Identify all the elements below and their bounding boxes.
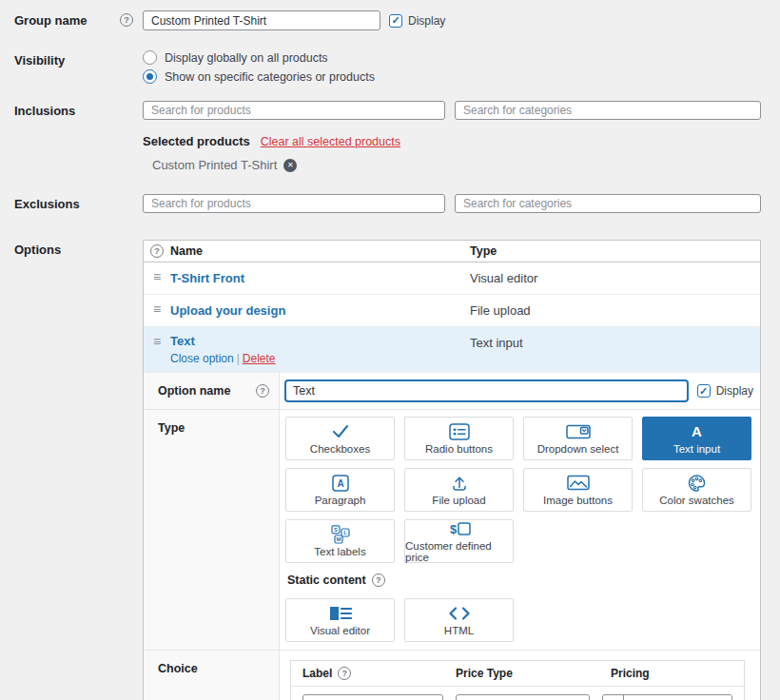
choice-pricing-column-header: Pricing (611, 667, 732, 680)
static-content-tiles: Visual editor HTML (285, 598, 753, 642)
option-type-value: File upload (470, 304, 760, 317)
svg-text:M: M (336, 536, 341, 542)
option-table-row: Upload your design File upload (144, 295, 760, 327)
image-icon (567, 474, 590, 492)
tile-color-swatches[interactable]: Color swatches (642, 468, 751, 512)
visibility-global-radio[interactable] (143, 50, 157, 65)
inclusions-label: Inclusions (14, 104, 75, 118)
svg-text:L: L (343, 530, 347, 535)
option-table-row-expanded: Text Close option|Delete Text input (144, 327, 760, 373)
option-table-row: T-Shirt Front Visual editor (144, 262, 760, 295)
option-type-value: Visual editor (470, 272, 760, 284)
visibility-specific-radio[interactable] (143, 69, 157, 84)
radio-list-icon (449, 422, 470, 440)
option-name-link[interactable]: Text (170, 334, 195, 348)
remove-tag-icon[interactable] (283, 159, 297, 172)
pricing-input[interactable] (624, 695, 731, 700)
upload-icon (450, 474, 469, 492)
tile-label: Customer defined price (405, 540, 513, 563)
tile-text-input-selected[interactable]: A Text input (642, 417, 751, 460)
inclusions-products-search-input[interactable] (143, 101, 445, 120)
option-display-checkbox[interactable] (697, 384, 711, 398)
choice-label: Choice (158, 662, 198, 675)
svg-text:A: A (337, 478, 343, 489)
help-icon[interactable] (372, 574, 385, 587)
palette-icon (687, 474, 707, 492)
exclusions-categories-search-input[interactable] (455, 194, 761, 213)
choice-editor-row: Choice Label Price Type Pricing (144, 651, 760, 700)
tile-image-buttons[interactable]: Image buttons (523, 468, 633, 512)
option-name-input[interactable] (284, 379, 689, 402)
type-editor-row: Type Checkboxes (144, 410, 760, 651)
options-row: Options Name Type T-Shirt Front Visual e… (0, 240, 780, 700)
letter-a-icon: A (692, 422, 702, 440)
tile-radio-buttons[interactable]: Radio buttons (404, 417, 514, 460)
tile-label: Checkboxes (310, 443, 370, 455)
tile-label: Color swatches (659, 495, 734, 506)
svg-text:S: S (333, 527, 337, 533)
pricing-input-group: $ (602, 694, 732, 700)
tile-dropdown-select[interactable]: Dropdown select (523, 417, 633, 460)
product-options-form: Group name Display Visibility Display gl… (0, 0, 780, 700)
tile-label: Paragraph (315, 495, 366, 506)
tile-label: Image buttons (543, 495, 613, 506)
type-label: Type (158, 421, 185, 435)
exclusions-label: Exclusions (14, 197, 80, 211)
inclusions-categories-search-input[interactable] (455, 101, 761, 120)
option-display-label: Display (716, 384, 753, 398)
tile-file-upload[interactable]: File upload (404, 468, 514, 512)
static-content-label: Static content (287, 574, 366, 587)
drag-handle-icon[interactable] (153, 304, 161, 315)
options-table: Name Type T-Shirt Front Visual editor Up… (143, 240, 761, 700)
tile-visual-editor[interactable]: Visual editor (285, 598, 395, 642)
group-name-input[interactable] (143, 10, 380, 30)
tile-label: Dropdown select (537, 443, 619, 455)
visibility-global-label: Display globally on all products (165, 51, 328, 65)
tile-checkboxes[interactable]: Checkboxes (285, 417, 395, 460)
delete-option-link[interactable]: Delete (243, 352, 276, 365)
dropdown-icon (566, 422, 591, 440)
group-display-checkbox[interactable] (389, 14, 402, 28)
exclusions-products-search-input[interactable] (143, 194, 445, 213)
help-icon[interactable] (256, 384, 269, 398)
help-icon[interactable] (120, 13, 133, 27)
option-name-link[interactable]: T-Shirt Front (170, 271, 244, 285)
close-option-link[interactable]: Close option (170, 352, 234, 365)
dollar-box-icon: $ (447, 520, 472, 537)
choice-label-input[interactable] (302, 694, 443, 700)
exclusions-row: Exclusions (0, 194, 780, 213)
help-icon[interactable] (338, 667, 351, 680)
selected-product-tag: Custom Printed T-Shirt (152, 158, 761, 172)
group-display-label: Display (408, 14, 445, 28)
price-type-select[interactable]: Flat fee (456, 694, 590, 700)
tile-paragraph[interactable]: A Paragraph (285, 468, 395, 512)
choice-price-type-column-header: Price Type (456, 667, 598, 680)
type-tiles: Checkboxes Radio buttons D (285, 417, 753, 563)
action-separator: | (237, 352, 240, 365)
option-name-link[interactable]: Upload your design (170, 303, 285, 318)
choice-label-column-header: Label (302, 667, 332, 680)
option-name-label: Option name (158, 384, 230, 398)
group-name-row: Group name Display (0, 10, 780, 30)
selected-products-label: Selected products (143, 134, 250, 148)
tile-customer-defined-price[interactable]: $ Customer defined price (404, 519, 514, 563)
drag-handle-icon[interactable] (153, 272, 161, 282)
help-icon[interactable] (150, 244, 164, 258)
drag-handle-icon[interactable] (153, 337, 161, 347)
type-column-header: Type (470, 244, 760, 258)
code-icon (448, 604, 471, 622)
options-table-header: Name Type (144, 241, 760, 262)
tile-label: HTML (444, 625, 474, 636)
selected-product-tag-label: Custom Printed T-Shirt (152, 158, 277, 172)
visual-editor-icon (329, 604, 352, 622)
svg-text:$: $ (450, 521, 458, 535)
name-column-header: Name (170, 244, 470, 258)
tile-html[interactable]: HTML (404, 598, 514, 642)
option-name-editor-row: Option name Display (144, 373, 760, 410)
tile-label: Radio buttons (425, 443, 493, 455)
size-labels-icon: SLM (329, 525, 352, 543)
choice-box: Label Price Type Pricing Flat fee (290, 660, 745, 700)
tile-text-labels[interactable]: SLM Text labels (285, 519, 395, 563)
clear-selected-products-link[interactable]: Clear all selected products (261, 135, 400, 148)
option-type-value: Text input (470, 335, 760, 349)
